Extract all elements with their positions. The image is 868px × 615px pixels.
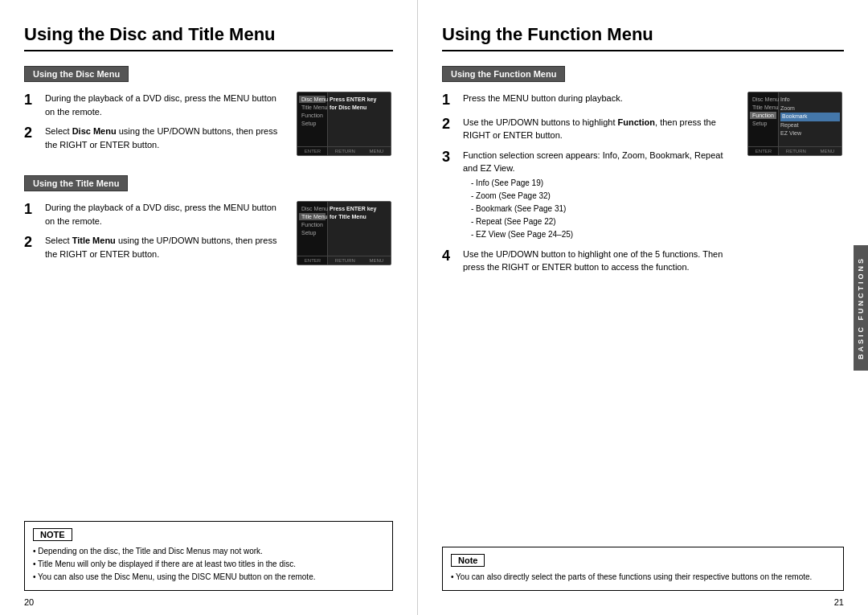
title-step-2-num: 2 [24, 234, 39, 252]
func-sub-list: Info (See Page 19) Zoom (See Page 32) Bo… [463, 177, 739, 241]
func-sub-zoom: Zoom (See Page 32) [471, 190, 739, 203]
left-page: Using the Disc and Title Menu Using the … [0, 0, 418, 615]
disc-step-2: 2 Select Disc Menu using the UP/DOWN but… [24, 125, 289, 151]
function-menu-content: 1 Press the MENU button during playback.… [442, 92, 844, 281]
disc-dvd-menu-mockup: Disc Menu Title Menu Function Setup Pres… [297, 92, 391, 156]
title-step-1: 1 During the playback of a DVD disc, pre… [24, 201, 289, 228]
func-step-4-num: 4 [442, 248, 457, 265]
title-step-2-text: Select Title Menu using the UP/DOWN butt… [45, 234, 289, 260]
func-step-1: 1 Press the MENU button during playback. [442, 92, 739, 109]
function-menu-section: Using the Function Menu 1 Press the MENU… [442, 66, 844, 281]
title-menu-image: Disc Menu Title Menu Function Setup Pres… [297, 201, 393, 265]
func-item-info: Info [780, 96, 840, 105]
func-dvd-menu-mockup: Disc Menu Title Menu Function Setup Info… [747, 92, 842, 156]
disc-menu-item-setup: Setup [299, 120, 326, 127]
title-dvd-menu-mockup: Disc Menu Title Menu Function Setup Pres… [297, 201, 391, 265]
right-page-title: Using the Function Menu [442, 24, 844, 51]
disc-step-2-text: Select Disc Menu using the UP/DOWN butto… [45, 125, 289, 151]
left-note-text: • Depending on the disc, the Title and D… [33, 545, 384, 584]
func-step-2: 2 Use the UP/DOWN buttons to highlight F… [442, 116, 739, 142]
func-item-ezview: EZ View [780, 129, 840, 138]
func-item-zoom: Zoom [780, 105, 840, 113]
func-step-3-text: Function selection screen appears: Info,… [463, 149, 739, 241]
left-note-line-1: • Depending on the disc, the Title and D… [33, 545, 384, 558]
left-note-line-2: • Title Menu will only be displayed if t… [33, 558, 384, 571]
disc-menu-item-func: Function [299, 112, 326, 119]
disc-menu-image: Disc Menu Title Menu Function Setup Pres… [297, 92, 393, 156]
title-step-1-text: During the playback of a DVD disc, press… [45, 201, 289, 228]
disc-step-1-num: 1 [24, 92, 39, 109]
func-sidebar-setup: Setup [750, 120, 776, 127]
func-bottom-return: RETURN [786, 149, 806, 154]
left-page-number: 20 [24, 597, 34, 607]
title-menu-content: 1 During the playback of a DVD disc, pre… [24, 201, 393, 267]
left-note-box: NOTE • Depending on the disc, the Title … [24, 521, 393, 591]
right-note-text: • You can also directly select the parts… [451, 571, 835, 584]
func-item-repeat: Repeat [780, 121, 840, 130]
func-menu-bottom-bar: ENTER RETURN MENU [748, 146, 841, 154]
func-sub-info: Info (See Page 19) [471, 177, 739, 190]
right-page: Using the Function Menu Using the Functi… [418, 0, 868, 615]
func-step-4-text: Use the UP/DOWN button to highlight one … [463, 248, 739, 274]
function-menu-image: Disc Menu Title Menu Function Setup Info… [747, 92, 844, 156]
title-menu-steps: 1 During the playback of a DVD disc, pre… [24, 201, 289, 267]
title-step-2: 2 Select Title Menu using the UP/DOWN bu… [24, 234, 289, 260]
disc-step-1-text: During the playback of a DVD disc, press… [45, 92, 289, 118]
title-menu-item-disc: Disc Menu [299, 205, 326, 212]
func-step-2-num: 2 [442, 116, 457, 133]
title-menu-hint-text: Press ENTER keyfor Title Menu [330, 205, 389, 221]
func-sub-ezview: EZ View (See Page 24–25) [471, 228, 739, 241]
left-page-title: Using the Disc and Title Menu [24, 24, 393, 51]
disc-menu-item-disc: Disc Menu [299, 96, 326, 103]
title-bottom-enter: ENTER [305, 258, 321, 263]
title-bottom-menu: MENU [369, 258, 383, 263]
disc-step-2-num: 2 [24, 125, 39, 142]
title-menu-item-func: Function [299, 221, 326, 228]
title-menu-section: Using the Title Menu 1 During the playba… [24, 175, 393, 267]
disc-bottom-enter: ENTER [305, 149, 321, 154]
func-step-2-text: Use the UP/DOWN buttons to highlight Fun… [463, 116, 739, 142]
right-note-title: Note [451, 554, 485, 567]
left-note-line-3: • You can also use the Disc Menu, using … [33, 571, 384, 584]
page: Using the Disc and Title Menu Using the … [0, 0, 868, 615]
func-step-3: 3 Function selection screen appears: Inf… [442, 149, 739, 241]
func-step-3-num: 3 [442, 149, 457, 166]
disc-step-1: 1 During the playback of a DVD disc, pre… [24, 92, 289, 118]
func-bottom-enter: ENTER [755, 149, 772, 154]
func-sub-bookmark: Bookmark (See Page 31) [471, 203, 739, 215]
disc-menu-header: Using the Disc Menu [24, 66, 129, 82]
function-menu-header: Using the Function Menu [442, 66, 565, 82]
side-tab: BASIC FUNCTIONS [854, 245, 868, 371]
disc-menu-bottom-bar: ENTER RETURN MENU [297, 146, 391, 154]
func-step-4: 4 Use the UP/DOWN button to highlight on… [442, 248, 739, 274]
func-step-1-text: Press the MENU button during playback. [463, 92, 739, 105]
disc-menu-steps: 1 During the playback of a DVD disc, pre… [24, 92, 289, 158]
func-sidebar-func: Function [750, 112, 776, 119]
disc-bottom-menu: MENU [369, 149, 383, 154]
func-menu-items: Info Zoom Bookmark Repeat EZ View [780, 96, 840, 138]
right-note-box: Note • You can also directly select the … [442, 547, 844, 591]
func-sidebar-disc: Disc Menu [750, 96, 776, 103]
disc-menu-hint-text: Press ENTER keyfor Disc Menu [330, 96, 389, 112]
title-step-1-num: 1 [24, 201, 39, 219]
func-sub-repeat: Repeat (See Page 22) [471, 215, 739, 228]
disc-menu-content: 1 During the playback of a DVD disc, pre… [24, 92, 393, 158]
func-item-bookmark: Bookmark [780, 113, 840, 121]
func-bottom-menu: MENU [820, 149, 834, 154]
right-page-number: 21 [834, 597, 844, 607]
disc-bottom-return: RETURN [335, 149, 355, 154]
function-menu-steps: 1 Press the MENU button during playback.… [442, 92, 739, 281]
disc-menu-item-title: Title Menu [299, 104, 326, 111]
func-step-1-num: 1 [442, 92, 457, 109]
title-bottom-return: RETURN [335, 258, 355, 263]
right-note-line-1: • You can also directly select the parts… [451, 571, 835, 584]
left-note-title: NOTE [33, 528, 72, 541]
title-menu-item-setup: Setup [299, 229, 326, 236]
title-menu-item-title: Title Menu [299, 213, 326, 220]
disc-menu-section: Using the Disc Menu 1 During the playbac… [24, 66, 393, 158]
title-menu-header: Using the Title Menu [24, 175, 128, 191]
title-menu-bottom-bar: ENTER RETURN MENU [297, 256, 391, 263]
func-sidebar-title: Title Menu [750, 104, 776, 111]
